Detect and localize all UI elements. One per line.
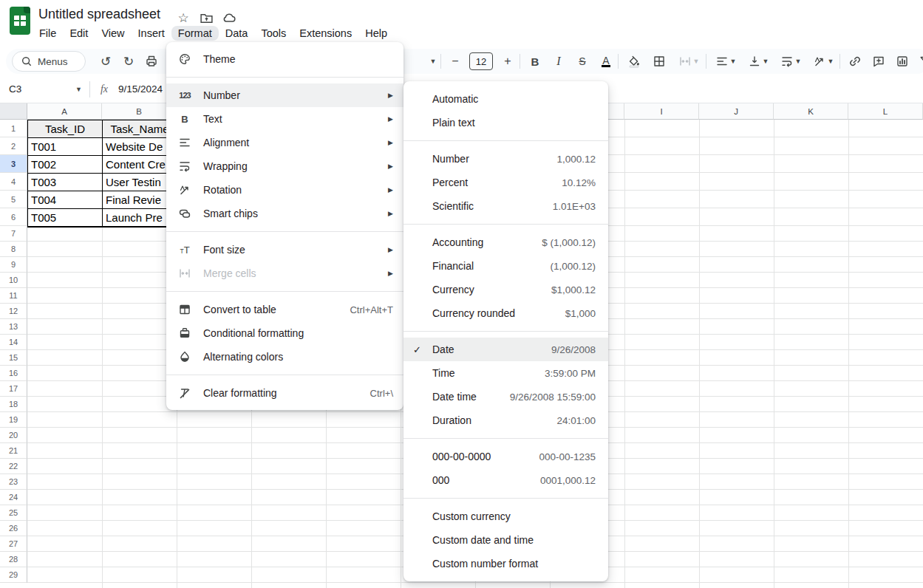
text-color-button[interactable]: A xyxy=(594,51,618,72)
menubar-item-file[interactable]: File xyxy=(33,26,63,41)
row-header-17[interactable]: 17 xyxy=(0,381,27,397)
format-menu-item-number[interactable]: 123Number▶ xyxy=(166,83,403,107)
row-header-11[interactable]: 11 xyxy=(0,288,27,304)
format-menu-item-clear-formatting[interactable]: Clear formattingCtrl+\ xyxy=(166,381,403,405)
menubar-item-edit[interactable]: Edit xyxy=(63,26,95,41)
menubar-item-help[interactable]: Help xyxy=(358,26,394,41)
row-header-14[interactable]: 14 xyxy=(0,335,27,350)
cell-A1[interactable]: Task_ID xyxy=(28,120,103,138)
row-header-21[interactable]: 21 xyxy=(0,443,27,459)
column-header-B[interactable]: B xyxy=(102,103,177,120)
insert-comment-button[interactable] xyxy=(867,51,890,72)
font-size-input[interactable]: 12 xyxy=(469,52,493,70)
strikethrough-button[interactable]: S xyxy=(571,51,594,72)
number-format-item-000-00-0000[interactable]: 000-00-0000000-00-1235 xyxy=(403,445,608,468)
row-header-8[interactable]: 8 xyxy=(0,242,27,257)
cell-A5[interactable]: T004 xyxy=(28,191,103,209)
menubar-item-format[interactable]: Format xyxy=(171,26,219,41)
insert-chart-button[interactable] xyxy=(890,51,914,72)
row-header-4[interactable]: 4 xyxy=(0,173,27,191)
cell-A6[interactable]: T005 xyxy=(28,209,103,227)
number-format-item-000[interactable]: 0000001,000.12 xyxy=(403,468,608,492)
sheets-logo-icon[interactable] xyxy=(10,7,30,35)
row-header-24[interactable]: 24 xyxy=(0,490,27,505)
number-format-item-plain-text[interactable]: Plain text xyxy=(403,111,608,134)
row-header-20[interactable]: 20 xyxy=(0,428,27,443)
format-menu-item-theme[interactable]: Theme xyxy=(166,47,403,71)
row-header-23[interactable]: 23 xyxy=(0,474,27,490)
number-format-item-custom-date-and-time[interactable]: Custom date and time xyxy=(403,528,608,552)
create-filter-button[interactable] xyxy=(914,51,923,72)
redo-button[interactable]: ↻ xyxy=(117,51,140,72)
number-format-item-scientific[interactable]: Scientific1.01E+03 xyxy=(403,194,608,218)
vertical-align-button[interactable]: ▼ xyxy=(742,51,774,72)
fill-color-button[interactable] xyxy=(621,51,647,72)
number-format-item-automatic[interactable]: Automatic xyxy=(403,87,608,111)
bold-button[interactable]: B xyxy=(523,51,547,72)
zoom-dropdown[interactable]: ▼ xyxy=(424,51,440,72)
number-format-item-time[interactable]: Time3:59:00 PM xyxy=(403,361,608,385)
menubar-item-data[interactable]: Data xyxy=(219,26,255,41)
row-header-27[interactable]: 27 xyxy=(0,536,27,552)
column-header-K[interactable]: K xyxy=(774,103,848,120)
row-header-2[interactable]: 2 xyxy=(0,137,27,155)
column-header-I[interactable]: I xyxy=(624,103,699,120)
row-header-10[interactable]: 10 xyxy=(0,273,27,288)
row-header-22[interactable]: 22 xyxy=(0,459,27,474)
number-format-item-date[interactable]: ✓Date9/26/2008 xyxy=(403,338,608,361)
row-header-3[interactable]: 3 xyxy=(0,155,27,173)
row-header-5[interactable]: 5 xyxy=(0,191,27,208)
number-format-item-number[interactable]: Number1,000.12 xyxy=(403,147,608,171)
menus-search-button[interactable]: Menus xyxy=(12,51,86,72)
formula-input[interactable]: 9/15/2024 xyxy=(118,83,163,95)
document-title[interactable]: Untitled spreadsheet xyxy=(38,7,160,22)
increase-font-size-button[interactable]: + xyxy=(496,51,520,72)
cell-A4[interactable]: T003 xyxy=(28,174,103,191)
name-box-caret-icon[interactable]: ▼ xyxy=(75,86,82,93)
row-header-25[interactable]: 25 xyxy=(0,505,27,521)
format-menu-item-alternating-colors[interactable]: Alternating colors xyxy=(166,345,403,369)
text-wrapping-button[interactable]: ▼ xyxy=(774,51,807,72)
row-header-19[interactable]: 19 xyxy=(0,412,27,428)
format-menu-item-smart-chips[interactable]: Smart chips▶ xyxy=(166,202,403,225)
row-header-16[interactable]: 16 xyxy=(0,366,27,381)
number-format-item-custom-number-format[interactable]: Custom number format xyxy=(403,552,608,575)
column-header-J[interactable]: J xyxy=(699,103,774,120)
format-menu-item-text[interactable]: BText▶ xyxy=(166,107,403,131)
row-header-26[interactable]: 26 xyxy=(0,521,27,536)
row-header-13[interactable]: 13 xyxy=(0,319,27,335)
column-header-L[interactable]: L xyxy=(848,103,923,120)
decrease-font-size-button[interactable]: − xyxy=(444,51,466,72)
menubar-item-view[interactable]: View xyxy=(95,26,131,41)
row-header-18[interactable]: 18 xyxy=(0,397,27,412)
borders-button[interactable] xyxy=(647,51,672,72)
row-header-6[interactable]: 6 xyxy=(0,208,27,226)
menubar-item-insert[interactable]: Insert xyxy=(132,26,171,41)
number-format-item-percent[interactable]: Percent10.12% xyxy=(403,171,608,194)
row-header-28[interactable]: 28 xyxy=(0,552,27,567)
number-format-item-date-time[interactable]: Date time9/26/2008 15:59:00 xyxy=(403,385,608,408)
cell-A2[interactable]: T001 xyxy=(28,138,103,156)
format-menu-item-convert-to-table[interactable]: Convert to tableCtrl+Alt+T xyxy=(166,298,403,321)
number-format-item-accounting[interactable]: Accounting$ (1,000.12) xyxy=(403,230,608,254)
print-button[interactable] xyxy=(140,51,163,72)
number-format-item-currency-rounded[interactable]: Currency rounded$1,000 xyxy=(403,301,608,325)
row-header-7[interactable]: 7 xyxy=(0,226,27,242)
horizontal-align-button[interactable]: ▼ xyxy=(709,51,742,72)
cell-A3[interactable]: T002 xyxy=(28,156,103,174)
insert-link-button[interactable] xyxy=(843,51,867,72)
italic-button[interactable]: I xyxy=(547,51,571,72)
row-header-12[interactable]: 12 xyxy=(0,304,27,319)
number-format-item-duration[interactable]: Duration24:01:00 xyxy=(403,408,608,432)
row-header-15[interactable]: 15 xyxy=(0,350,27,366)
merge-cells-button[interactable]: ▼ xyxy=(672,51,706,72)
number-format-item-custom-currency[interactable]: Custom currency xyxy=(403,505,608,528)
row-header-1[interactable]: 1 xyxy=(0,120,27,137)
undo-button[interactable]: ↺ xyxy=(95,51,117,72)
row-header-29[interactable]: 29 xyxy=(0,567,27,583)
format-menu-item-rotation[interactable]: Rotation▶ xyxy=(166,178,403,202)
menubar-item-extensions[interactable]: Extensions xyxy=(293,26,358,41)
format-menu-item-font-size[interactable]: TTFont size▶ xyxy=(166,238,403,261)
select-all-corner[interactable] xyxy=(0,103,27,120)
text-rotation-button[interactable]: ▼ xyxy=(807,51,839,72)
